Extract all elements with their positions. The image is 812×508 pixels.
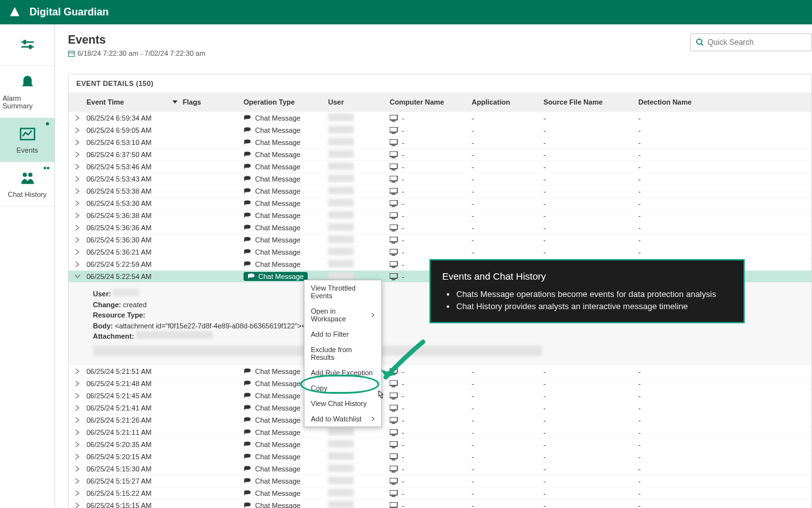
expand-icon[interactable]: [74, 237, 81, 243]
table-row[interactable]: 06/25/24 5:15:27 AM Chat Message - - - -: [69, 475, 811, 487]
cell-application: -: [472, 212, 543, 219]
table-row[interactable]: 06/25/24 6:53:10 AM Chat Message - - - -: [69, 136, 811, 148]
expand-icon[interactable]: [74, 224, 81, 231]
ctx-view-chat-history[interactable]: View Chat History: [304, 396, 381, 411]
table-row[interactable]: 06/25/24 5:15:30 AM Chat Message - - - -: [69, 462, 811, 475]
indicator-dot-icon: [46, 122, 49, 126]
col-computer-name[interactable]: Computer Name: [390, 98, 472, 106]
expand-icon[interactable]: [74, 249, 81, 255]
col-event-time[interactable]: Event Time: [87, 98, 183, 106]
expand-icon[interactable]: [74, 115, 81, 121]
chat-icon: [244, 502, 251, 508]
monitor-icon: [390, 490, 398, 497]
expand-icon[interactable]: [74, 188, 81, 194]
expand-icon[interactable]: [74, 429, 81, 436]
expand-icon[interactable]: [74, 441, 81, 448]
context-menu: View Throttled Events Open in Workspace …: [304, 280, 382, 427]
monitor-icon: [390, 249, 398, 256]
expand-icon[interactable]: [74, 368, 81, 375]
table-row[interactable]: 06/25/24 5:21:45 AM Chat Message - - - -: [69, 389, 811, 402]
expand-icon[interactable]: [74, 139, 81, 146]
expand-icon[interactable]: [74, 212, 81, 219]
table-row[interactable]: 06/25/24 5:20:35 AM Chat Message - - - -: [69, 438, 811, 450]
ctx-add-to-filter[interactable]: Add to Filter: [304, 326, 381, 342]
sidebar-item-events[interactable]: Events: [0, 118, 54, 162]
expand-icon[interactable]: [74, 261, 81, 267]
cell-computer-name: -: [390, 175, 472, 183]
table-row[interactable]: 06/25/24 5:36:30 AM Chat Message - - - -: [69, 233, 811, 246]
sidebar-item-chat-history[interactable]: Chat History: [0, 162, 54, 207]
ctx-open-in-workspace[interactable]: Open in Workspace: [304, 303, 381, 326]
col-user[interactable]: User: [328, 98, 390, 106]
expand-icon[interactable]: [74, 176, 81, 182]
ctx-exclude-from-results[interactable]: Exclude from Results: [304, 342, 381, 365]
expand-icon[interactable]: [74, 127, 81, 133]
table-row[interactable]: 06/25/24 5:15:22 AM Chat Message - - - -: [69, 487, 811, 499]
expand-icon[interactable]: [74, 453, 81, 460]
expand-icon[interactable]: [74, 466, 81, 472]
table-row[interactable]: 06/25/24 6:59:34 AM Chat Message - - - -: [69, 112, 811, 124]
cell-detection-name: -: [638, 404, 811, 412]
expand-icon[interactable]: [74, 490, 81, 496]
sidebar-item-alarm-summary[interactable]: Alarm Summary: [0, 66, 54, 118]
expand-icon[interactable]: [74, 200, 81, 207]
ctx-add-to-watchlist[interactable]: Add to Watchlist: [304, 411, 381, 427]
expand-icon[interactable]: [74, 151, 81, 158]
search-icon: [696, 38, 704, 46]
expand-icon[interactable]: [74, 478, 81, 484]
search-input[interactable]: [708, 38, 806, 47]
table-row[interactable]: 06/25/24 5:21:26 AM Chat Message - - - -: [69, 414, 811, 426]
col-operation-type[interactable]: Operation Type: [244, 98, 328, 106]
cell-detection-name: -: [638, 368, 811, 375]
sliders-icon: [19, 37, 36, 54]
collapse-icon[interactable]: [74, 273, 81, 280]
submenu-icon: [371, 312, 375, 318]
quick-search[interactable]: [690, 33, 812, 51]
table-row[interactable]: 06/25/24 5:15:15 AM Chat Message - - - -: [69, 499, 811, 508]
ctx-add-rule-exception[interactable]: Add Rule Exception: [304, 365, 381, 380]
cell-operation-type: Chat Message: [244, 248, 328, 256]
col-source-file-name[interactable]: Source File Name: [543, 98, 638, 106]
expand-icon[interactable]: [74, 417, 81, 423]
cell-application: -: [472, 453, 543, 461]
cell-detection-name: -: [638, 175, 811, 183]
cell-application: -: [472, 199, 543, 207]
table-row[interactable]: 06/25/24 5:36:38 AM Chat Message - - - -: [69, 209, 811, 221]
table-row[interactable]: 06/25/24 5:53:46 AM Chat Message - - - -: [69, 160, 811, 173]
cell-application: -: [472, 477, 543, 485]
app-header: Digital Guardian: [0, 0, 812, 24]
table-row[interactable]: 06/25/24 5:53:38 AM Chat Message - - - -: [69, 185, 811, 197]
table-row[interactable]: 06/25/24 5:36:36 AM Chat Message - - - -: [69, 221, 811, 233]
chat-icon: [244, 465, 251, 473]
ctx-view-throttled-events[interactable]: View Throttled Events: [304, 280, 381, 303]
expand-icon[interactable]: [74, 393, 81, 399]
sidebar-item-settings[interactable]: [0, 30, 54, 66]
ctx-copy[interactable]: Copy: [304, 380, 381, 396]
expand-icon[interactable]: [74, 380, 81, 387]
table-row[interactable]: 06/25/24 5:21:48 AM Chat Message - - - -: [69, 377, 811, 389]
expand-icon[interactable]: [74, 502, 81, 508]
cell-computer-name: -: [390, 199, 472, 207]
chat-icon: [247, 273, 255, 280]
table-row[interactable]: 06/25/24 5:21:41 AM Chat Message - - - -: [69, 402, 811, 414]
cell-operation-type[interactable]: Chat Message: [244, 272, 308, 281]
table-row[interactable]: 06/25/24 5:53:43 AM Chat Message - - - -: [69, 173, 811, 185]
table-row[interactable]: 06/25/24 5:53:30 AM Chat Message - - - -: [69, 197, 811, 209]
cell-detection-name: -: [638, 416, 811, 424]
col-detection-name[interactable]: Detection Name: [638, 98, 811, 106]
cell-detection-name: -: [638, 114, 811, 122]
table-row[interactable]: 06/25/24 5:36:21 AM Chat Message - - - -: [69, 246, 811, 258]
cell-computer-name: -: [390, 453, 472, 461]
col-application[interactable]: Application: [472, 98, 543, 106]
expand-icon[interactable]: [74, 164, 81, 170]
table-row[interactable]: 06/25/24 5:20:15 AM Chat Message - - - -: [69, 450, 811, 462]
table-row[interactable]: 06/25/24 5:21:11 AM Chat Message - - - -: [69, 426, 811, 438]
col-flags[interactable]: Flags: [183, 98, 244, 106]
table-row[interactable]: 06/25/24 5:21:51 AM Chat Message - - - -: [69, 365, 811, 377]
expand-icon[interactable]: [74, 405, 81, 411]
cell-event-time: 06/25/24 6:37:50 AM: [87, 151, 183, 158]
table-row[interactable]: 06/25/24 6:59:05 AM Chat Message - - - -: [69, 124, 811, 136]
table-row[interactable]: 06/25/24 6:37:50 AM Chat Message - - - -: [69, 148, 811, 160]
chat-icon: [244, 175, 251, 183]
cell-source-file: -: [543, 465, 638, 473]
